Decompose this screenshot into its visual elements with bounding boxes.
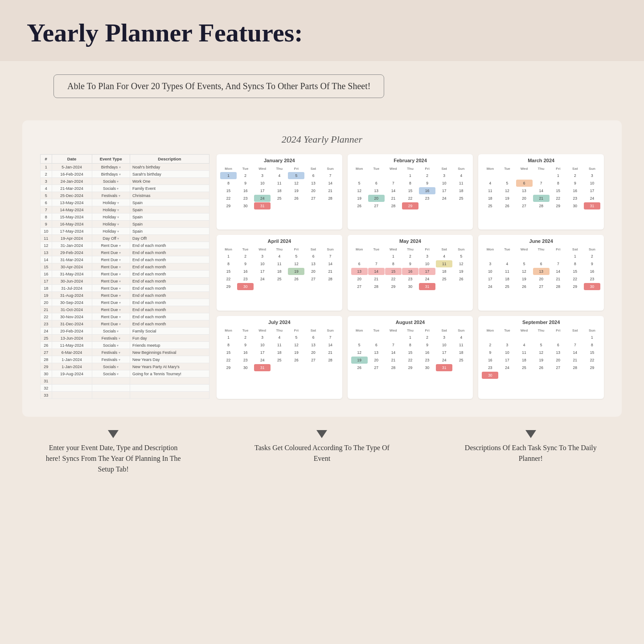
row-desc[interactable]: Fun day (130, 335, 209, 342)
row-date[interactable]: 17-May-2024 (52, 228, 92, 235)
row-date[interactable]: 31-May-2024 (52, 271, 92, 278)
row-date[interactable]: 20-Feb-2024 (52, 328, 92, 335)
row-desc[interactable]: Sarah's birthday (130, 171, 209, 178)
row-date[interactable]: 24-Jan-2024 (52, 178, 92, 185)
row-num: 32 (41, 385, 52, 392)
row-num: 18 (41, 285, 52, 292)
cal-day: 13 (516, 187, 533, 194)
month-calendar: March 2024MonTueWedThuFriSatSun....12345… (478, 154, 604, 230)
cal-day: 15 (220, 268, 237, 275)
cal-day: 16 (482, 357, 498, 364)
row-type: Holiday ▾ (92, 228, 130, 235)
cal-day: 27 (516, 202, 533, 209)
row-desc[interactable]: Spain (130, 213, 209, 221)
row-num: 4 (41, 185, 52, 192)
row-desc[interactable]: Friends meetup (130, 342, 209, 349)
cal-day: 18 (436, 268, 452, 275)
row-date[interactable]: 14-May-2024 (52, 206, 92, 213)
cal-day: 13 (351, 268, 368, 275)
row-date[interactable]: 30-Apr-2024 (52, 263, 92, 271)
row-desc[interactable]: Spain (130, 221, 209, 228)
row-type: Socials ▾ (92, 363, 130, 370)
row-date[interactable] (52, 392, 92, 399)
row-date[interactable]: 19-Aug-2024 (52, 370, 92, 377)
row-date[interactable]: 13-Jun-2024 (52, 335, 92, 342)
row-desc[interactable]: Spain (130, 228, 209, 235)
row-date[interactable]: 31-Jul-2024 (52, 285, 92, 292)
row-date[interactable]: 21-Mar-2024 (52, 185, 92, 192)
row-date[interactable]: 16-May-2024 (52, 221, 92, 228)
row-date[interactable]: 31-Mar-2024 (52, 256, 92, 263)
table-row: 2611-May-2024Socials ▾Friends meetup (41, 342, 209, 349)
cal-day-header: Tue (237, 328, 254, 333)
row-date[interactable]: 30-Jun-2024 (52, 278, 92, 285)
row-num: 12 (41, 242, 52, 249)
row-date[interactable]: 1-Jan-2024 (52, 363, 92, 370)
table-row: 1017-May-2024Holiday ▾Spain (41, 228, 209, 235)
row-date[interactable]: 15-May-2024 (52, 213, 92, 221)
row-desc[interactable]: Day Off! (130, 235, 209, 242)
row-desc[interactable]: End of each month (130, 306, 209, 313)
row-type: Festivals ▾ (92, 356, 130, 363)
row-desc[interactable]: Family Social (130, 328, 209, 335)
row-type: Rent Due ▾ (92, 263, 130, 271)
row-date[interactable]: 30-Sep-2024 (52, 299, 92, 306)
cal-day: 19 (351, 357, 368, 364)
row-desc[interactable]: End of each month (130, 256, 209, 263)
cal-day: 25 (453, 195, 469, 202)
row-date[interactable]: 30-Nov-2024 (52, 313, 92, 320)
row-desc[interactable]: Going for a Tennis Tourney! (130, 370, 209, 377)
row-date[interactable]: 1-Jan-2024 (52, 356, 92, 363)
row-date[interactable]: 5-Jan-2024 (52, 164, 92, 171)
row-desc[interactable]: End of each month (130, 249, 209, 256)
row-date[interactable]: 11-May-2024 (52, 342, 92, 349)
row-desc[interactable]: New Years Party At Mary's (130, 363, 209, 370)
cal-day: 9 (419, 180, 435, 187)
row-desc[interactable]: End of each month (130, 320, 209, 328)
row-date[interactable]: 29-Feb-2024 (52, 249, 92, 256)
cal-day: 24 (499, 364, 515, 371)
row-desc[interactable]: End of each month (130, 263, 209, 271)
row-date[interactable]: 25-Dec-2024 (52, 192, 92, 199)
row-desc[interactable]: Spain (130, 206, 209, 213)
row-desc[interactable]: End of each month (130, 292, 209, 299)
row-desc[interactable]: Work One (130, 178, 209, 185)
table-row: 1329-Feb-2024Rent Due ▾End of each month (41, 249, 209, 256)
row-desc[interactable] (130, 385, 209, 392)
row-type: Socials ▾ (92, 328, 130, 335)
cal-day: 14 (533, 187, 550, 194)
row-date[interactable]: 16-Feb-2024 (52, 171, 92, 178)
row-desc[interactable]: End of each month (130, 299, 209, 306)
row-date[interactable]: 31-Jan-2024 (52, 242, 92, 249)
row-desc[interactable] (130, 392, 209, 399)
cal-day-header: Fri (288, 328, 304, 333)
row-date[interactable] (52, 385, 92, 392)
row-desc[interactable]: End of each month (130, 242, 209, 249)
row-type: Day Off ▾ (92, 235, 130, 242)
row-desc[interactable]: Christmas (130, 192, 209, 199)
cal-day: 6 (305, 253, 321, 260)
row-desc[interactable]: Noah's birthday (130, 164, 209, 171)
row-desc[interactable]: Spain (130, 199, 209, 206)
row-desc[interactable]: New Beginnings Festival (130, 349, 209, 356)
row-desc[interactable]: End of each month (130, 285, 209, 292)
row-date[interactable] (52, 377, 92, 385)
cal-day-header: Sat (436, 166, 452, 172)
row-desc[interactable]: End of each month (130, 313, 209, 320)
row-desc[interactable] (130, 377, 209, 385)
row-date[interactable]: 31-Aug-2024 (52, 292, 92, 299)
row-date[interactable]: 31-Dec-2024 (52, 320, 92, 328)
cal-day: 27 (368, 364, 385, 371)
row-date[interactable]: 31-Oct-2024 (52, 306, 92, 313)
row-desc[interactable]: Family Event (130, 185, 209, 192)
calendars-container: January 2024MonTueWedThuFriSatSun1234567… (217, 154, 604, 399)
row-date[interactable]: 19-Apr-2024 (52, 235, 92, 242)
row-date[interactable]: 13-May-2024 (52, 199, 92, 206)
row-date[interactable]: 6-Mar-2024 (52, 349, 92, 356)
cal-day: 16 (402, 268, 418, 275)
cal-day: 8 (220, 341, 237, 349)
row-desc[interactable]: New Years Day (130, 356, 209, 363)
row-desc[interactable]: End of each month (130, 271, 209, 278)
row-desc[interactable]: End of each month (130, 278, 209, 285)
cal-day: 12 (288, 260, 304, 267)
